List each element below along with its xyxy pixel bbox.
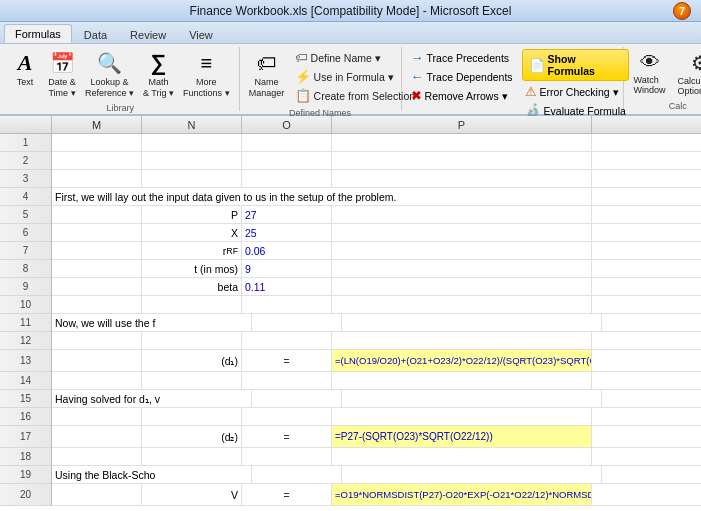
cell-p15[interactable] bbox=[342, 390, 602, 407]
cell-o18[interactable] bbox=[242, 448, 332, 465]
cell-o16[interactable] bbox=[242, 408, 332, 425]
cell-o10[interactable] bbox=[242, 296, 332, 313]
cell-m16[interactable] bbox=[52, 408, 142, 425]
cell-p6[interactable] bbox=[332, 224, 592, 241]
cell-n17[interactable]: (d₂) bbox=[142, 426, 242, 447]
cell-p9[interactable] bbox=[332, 278, 592, 295]
cell-p2[interactable] bbox=[332, 152, 592, 169]
cell-p3[interactable] bbox=[332, 170, 592, 187]
calculation-options-button[interactable]: ⚙ CalculationOptions ▾ bbox=[674, 49, 701, 98]
cell-n7[interactable]: rRF bbox=[142, 242, 242, 259]
cell-m7[interactable] bbox=[52, 242, 142, 259]
cell-p14[interactable] bbox=[332, 372, 592, 389]
cell-m3[interactable] bbox=[52, 170, 142, 187]
cell-o1[interactable] bbox=[242, 134, 332, 151]
cell-m20[interactable] bbox=[52, 484, 142, 505]
cell-o11[interactable] bbox=[252, 314, 342, 331]
cell-m9[interactable] bbox=[52, 278, 142, 295]
cell-p5[interactable] bbox=[332, 206, 592, 223]
cell-p10[interactable] bbox=[332, 296, 592, 313]
cell-n5[interactable]: P bbox=[142, 206, 242, 223]
tab-view[interactable]: View bbox=[178, 25, 224, 43]
cell-o9[interactable]: 0.11 bbox=[242, 278, 332, 295]
cell-n1[interactable] bbox=[142, 134, 242, 151]
cell-p1[interactable] bbox=[332, 134, 592, 151]
cell-o17[interactable]: = bbox=[242, 426, 332, 447]
cell-n18[interactable] bbox=[142, 448, 242, 465]
cell-o12[interactable] bbox=[242, 332, 332, 349]
cell-o20[interactable]: = bbox=[242, 484, 332, 505]
math-button[interactable]: ∑ Math& Trig ▾ bbox=[140, 47, 177, 101]
cell-p17[interactable]: =P27-(SQRT(O23)*SQRT(O22/12)) bbox=[332, 426, 592, 447]
cell-o7[interactable]: 0.06 bbox=[242, 242, 332, 259]
datetime-button[interactable]: 📅 Date &Time ▾ bbox=[45, 47, 79, 101]
formula-auditing-group: → Trace Precedents ← Trace Dependents ✖ … bbox=[404, 47, 624, 111]
cell-o14[interactable] bbox=[242, 372, 332, 389]
library-buttons: A Text 📅 Date &Time ▾ 🔍 Lookup &Referenc… bbox=[8, 47, 233, 101]
cell-n9[interactable]: beta bbox=[142, 278, 242, 295]
cell-m1[interactable] bbox=[52, 134, 142, 151]
cell-m8[interactable] bbox=[52, 260, 142, 277]
cell-m6[interactable] bbox=[52, 224, 142, 241]
tab-data[interactable]: Data bbox=[73, 25, 118, 43]
cell-p16[interactable] bbox=[332, 408, 592, 425]
cell-n12[interactable] bbox=[142, 332, 242, 349]
cell-m13[interactable] bbox=[52, 350, 142, 371]
cell-p8[interactable] bbox=[332, 260, 592, 277]
cell-m10[interactable] bbox=[52, 296, 142, 313]
cell-m18[interactable] bbox=[52, 448, 142, 465]
cell-n3[interactable] bbox=[142, 170, 242, 187]
error-checking-button[interactable]: ⚠ Error Checking ▾ bbox=[522, 83, 629, 100]
cell-n8[interactable]: t (in mos) bbox=[142, 260, 242, 277]
use-in-formula-button[interactable]: ⚡ Use in Formula ▾ bbox=[292, 68, 419, 85]
cell-m14[interactable] bbox=[52, 372, 142, 389]
cell-p19[interactable] bbox=[342, 466, 602, 483]
cell-n2[interactable] bbox=[142, 152, 242, 169]
cell-m15[interactable]: Having solved for d₁, v bbox=[52, 390, 252, 407]
cell-m4[interactable]: First, we will lay out the input data gi… bbox=[52, 188, 592, 205]
define-name-button[interactable]: 🏷 Define Name ▾ bbox=[292, 49, 419, 66]
cell-n13[interactable]: (d₁) bbox=[142, 350, 242, 371]
corner-cell bbox=[0, 116, 52, 133]
cell-n14[interactable] bbox=[142, 372, 242, 389]
cell-o2[interactable] bbox=[242, 152, 332, 169]
cell-o15[interactable] bbox=[252, 390, 342, 407]
create-from-selection-button[interactable]: 📋 Create from Selection bbox=[292, 87, 419, 104]
cell-p12[interactable] bbox=[332, 332, 592, 349]
show-formulas-button[interactable]: 📄 Show Formulas bbox=[522, 49, 629, 81]
cell-o19[interactable] bbox=[252, 466, 342, 483]
cell-o13[interactable]: = bbox=[242, 350, 332, 371]
cell-m12[interactable] bbox=[52, 332, 142, 349]
cell-n20[interactable]: V bbox=[142, 484, 242, 505]
cell-o6[interactable]: 25 bbox=[242, 224, 332, 241]
cell-p7[interactable] bbox=[332, 242, 592, 259]
table-row: P 27 bbox=[52, 206, 701, 224]
watch-window-button[interactable]: 👁 WatchWindow bbox=[630, 49, 670, 97]
tab-formulas[interactable]: Formulas bbox=[4, 24, 72, 43]
cell-o3[interactable] bbox=[242, 170, 332, 187]
row-header-2: 2 bbox=[0, 152, 51, 170]
cell-p13[interactable]: =(LN(O19/O20)+(O21+O23/2)*O22/12)/(SQRT(… bbox=[332, 350, 592, 371]
cell-m11[interactable]: Now, we will use the f bbox=[52, 314, 252, 331]
remove-arrows-button[interactable]: ✖ Remove Arrows ▾ bbox=[408, 87, 516, 104]
cell-p18[interactable] bbox=[332, 448, 592, 465]
cell-m5[interactable] bbox=[52, 206, 142, 223]
cell-m2[interactable] bbox=[52, 152, 142, 169]
cell-o8[interactable]: 9 bbox=[242, 260, 332, 277]
lookup-button[interactable]: 🔍 Lookup &Reference ▾ bbox=[82, 47, 137, 101]
trace-precedents-button[interactable]: → Trace Precedents bbox=[408, 49, 516, 66]
name-manager-button[interactable]: 🏷 NameManager bbox=[246, 47, 288, 106]
trace-dependents-button[interactable]: ← Trace Dependents bbox=[408, 68, 516, 85]
cell-n10[interactable] bbox=[142, 296, 242, 313]
cell-m17[interactable] bbox=[52, 426, 142, 447]
cell-n16[interactable] bbox=[142, 408, 242, 425]
more-functions-button[interactable]: ≡ MoreFunctions ▾ bbox=[180, 47, 233, 101]
cell-n6[interactable]: X bbox=[142, 224, 242, 241]
cell-o5[interactable]: 27 bbox=[242, 206, 332, 223]
text-button[interactable]: A Text bbox=[8, 47, 42, 90]
table-row: t (in mos) 9 bbox=[52, 260, 701, 278]
cell-m19[interactable]: Using the Black-Scho bbox=[52, 466, 252, 483]
tab-review[interactable]: Review bbox=[119, 25, 177, 43]
cell-p20[interactable]: =O19*NORMSDIST(P27)-O20*EXP(-O21*O22/12)… bbox=[332, 484, 592, 505]
cell-p11[interactable] bbox=[342, 314, 602, 331]
